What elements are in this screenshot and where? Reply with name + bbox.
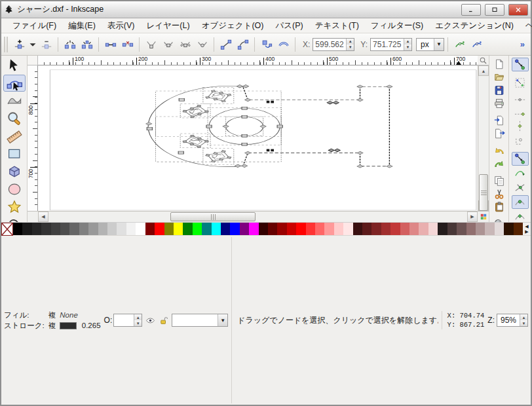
zoom-lock-button[interactable] bbox=[478, 56, 489, 65]
palette-swatch[interactable] bbox=[60, 223, 69, 235]
print-button[interactable] bbox=[491, 97, 507, 110]
palette-swatch[interactable] bbox=[98, 223, 107, 235]
palette-swatch[interactable] bbox=[428, 223, 438, 235]
paste-button[interactable] bbox=[491, 200, 507, 213]
palette-swatch[interactable] bbox=[343, 223, 352, 235]
path-node-square[interactable] bbox=[242, 135, 247, 138]
join-with-segment-button[interactable] bbox=[102, 36, 119, 52]
path-node-square[interactable] bbox=[147, 128, 152, 130]
selector-button[interactable] bbox=[3, 57, 26, 74]
canvas[interactable] bbox=[38, 65, 478, 211]
menu-v[interactable]: 表示(V) bbox=[102, 18, 141, 33]
palette-swatch[interactable] bbox=[164, 223, 174, 235]
palette-swatch[interactable] bbox=[13, 223, 22, 235]
horizontal-scroll-track[interactable] bbox=[48, 212, 467, 222]
open-document-button[interactable] bbox=[491, 71, 507, 84]
cut-button[interactable] bbox=[491, 187, 507, 200]
snap-paths-button[interactable] bbox=[512, 166, 529, 180]
palette-swatch[interactable] bbox=[400, 223, 409, 235]
palette-scroll-right-arrow[interactable]: ▶ bbox=[525, 229, 528, 234]
stroke-to-path-button[interactable] bbox=[275, 36, 292, 52]
stroke-color-swatch[interactable] bbox=[60, 322, 77, 329]
palette-swatch[interactable] bbox=[240, 223, 249, 235]
export-button[interactable] bbox=[491, 127, 507, 140]
opacity-spinner[interactable]: ▲▼ bbox=[134, 314, 142, 326]
layer-select[interactable]: ▼ bbox=[172, 314, 228, 327]
node-y-input[interactable] bbox=[371, 39, 404, 50]
palette-swatch[interactable] bbox=[419, 223, 428, 235]
ellipse-button[interactable] bbox=[3, 181, 26, 198]
menu-n[interactable]: エクステンション(N) bbox=[429, 18, 520, 33]
undo-button[interactable] bbox=[491, 144, 507, 157]
palette-swatch[interactable] bbox=[514, 223, 523, 235]
palette-swatch[interactable] bbox=[183, 223, 192, 235]
path-node-square[interactable] bbox=[178, 151, 183, 154]
palette-swatch[interactable] bbox=[315, 223, 324, 235]
palette-swatch[interactable] bbox=[485, 223, 494, 235]
snap-path-intersections-button[interactable] bbox=[512, 181, 529, 194]
palette-swatch[interactable] bbox=[287, 223, 296, 235]
snap-bbox-corners-button[interactable] bbox=[512, 105, 529, 119]
title-bar[interactable]: シャーシ.dxf - Inkscape bbox=[1, 1, 531, 18]
delete-segment-button[interactable] bbox=[119, 36, 136, 52]
menu-e[interactable]: 編集(E) bbox=[62, 18, 102, 33]
break-nodes-button[interactable] bbox=[62, 36, 78, 52]
redo-button[interactable] bbox=[491, 157, 507, 170]
palette-swatch[interactable] bbox=[324, 223, 333, 235]
stroke-width-value[interactable]: 0.265 bbox=[82, 322, 101, 329]
delete-node-button[interactable] bbox=[38, 36, 54, 52]
palette-scroll-left-arrow[interactable]: ◀ bbox=[525, 224, 528, 229]
palette-swatch[interactable] bbox=[174, 223, 183, 235]
path-node-square[interactable] bbox=[206, 125, 212, 128]
menu-f[interactable]: ファイル(F) bbox=[7, 18, 62, 33]
snap-bbox-centers-button[interactable] bbox=[512, 134, 529, 147]
close-button[interactable] bbox=[508, 4, 528, 16]
palette-swatch[interactable] bbox=[212, 223, 221, 235]
opacity-input[interactable] bbox=[114, 314, 134, 326]
edit-clip-path-button[interactable] bbox=[451, 36, 468, 52]
edit-mask-path-button[interactable] bbox=[468, 36, 485, 52]
snap-edge-midpoints-button[interactable] bbox=[512, 119, 529, 133]
rectangle-button[interactable] bbox=[3, 145, 26, 162]
palette-swatch[interactable] bbox=[230, 223, 239, 235]
vertical-scroll-thumb[interactable] bbox=[479, 174, 488, 211]
menu-t[interactable]: テキスト(T) bbox=[309, 18, 365, 33]
palette-swatch[interactable] bbox=[249, 223, 258, 235]
palette-swatch[interactable] bbox=[447, 223, 457, 235]
fill-value[interactable]: None bbox=[60, 311, 78, 319]
vertical-ruler[interactable]: 800700600500 bbox=[28, 65, 38, 211]
palette-swatch[interactable] bbox=[145, 223, 155, 235]
palette-swatch[interactable] bbox=[362, 223, 371, 235]
palette-swatch[interactable] bbox=[476, 223, 485, 235]
palette-swatch[interactable] bbox=[268, 223, 277, 235]
box-3d-button[interactable] bbox=[3, 163, 26, 180]
horizontal-scrollbar[interactable]: ◀ ▶ bbox=[38, 212, 478, 222]
menu-o[interactable]: オブジェクト(O) bbox=[196, 18, 270, 33]
chevron-down-icon[interactable]: ▼ bbox=[218, 314, 227, 326]
palette-swatch[interactable] bbox=[32, 223, 41, 235]
star-button[interactable] bbox=[3, 198, 26, 215]
palette-swatch[interactable] bbox=[107, 223, 117, 235]
palette-swatch[interactable] bbox=[126, 223, 136, 235]
palette-swatch[interactable] bbox=[202, 223, 211, 235]
snap-bbox-edges-button[interactable] bbox=[512, 90, 529, 104]
segment-curve-button[interactable] bbox=[235, 36, 251, 52]
node-smooth-button[interactable] bbox=[160, 36, 176, 52]
horizontal-scroll-thumb[interactable] bbox=[170, 212, 256, 221]
snap-nodes-button[interactable] bbox=[512, 152, 529, 166]
measure-button[interactable] bbox=[3, 128, 26, 145]
insert-node-button[interactable] bbox=[11, 36, 28, 52]
vertical-scrollbar[interactable]: ▲ ▼ bbox=[478, 65, 489, 211]
minimize-button[interactable] bbox=[461, 4, 481, 16]
snap-cusp-nodes-button[interactable] bbox=[512, 195, 529, 209]
palette-swatch[interactable] bbox=[296, 223, 305, 235]
palette-swatch[interactable] bbox=[334, 223, 343, 235]
menu-s[interactable]: フィルター(S) bbox=[365, 18, 429, 33]
palette-swatch[interactable] bbox=[259, 223, 268, 235]
palette-swatch[interactable] bbox=[409, 223, 419, 235]
palette-swatch[interactable] bbox=[41, 223, 50, 235]
menu-l[interactable]: レイヤー(L) bbox=[140, 18, 195, 33]
import-button[interactable] bbox=[491, 114, 507, 127]
menu-h[interactable]: ヘルプ(H) bbox=[520, 18, 532, 33]
toolbar-overflow-button[interactable]: » bbox=[516, 39, 529, 49]
